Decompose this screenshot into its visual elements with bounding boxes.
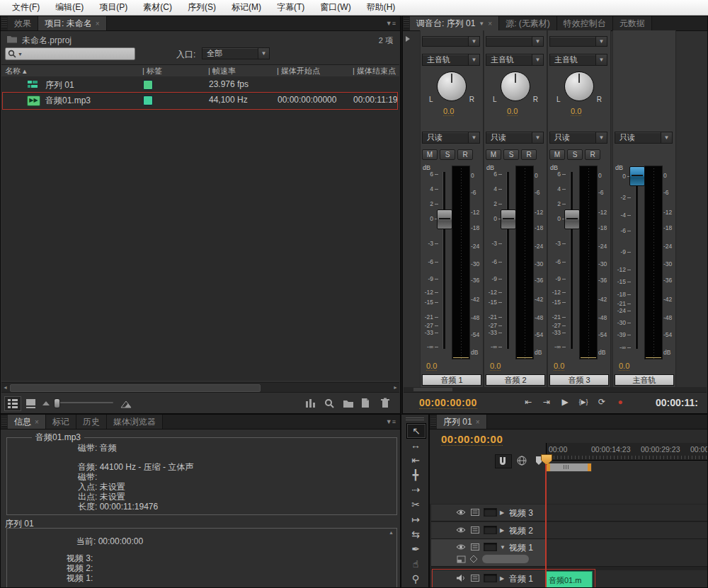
track-expand-toggle[interactable]: ▶	[500, 527, 504, 534]
volume-fader-handle[interactable]	[501, 209, 516, 229]
pan-value[interactable]: 0.0	[571, 107, 581, 116]
filter-dropdown[interactable]: 全部▼	[202, 47, 270, 59]
track-select-tool[interactable]: ↔	[406, 438, 425, 452]
track-lock-toggle[interactable]	[484, 543, 497, 551]
close-icon[interactable]: ×	[96, 20, 100, 28]
mixer-show-effects-toggle[interactable]	[406, 36, 410, 42]
volume-fader-track[interactable]	[506, 172, 509, 349]
mixer-track-name[interactable]: 音频 3	[549, 374, 609, 386]
volume-value[interactable]: 0.0	[554, 362, 564, 371]
scroll-up-arrow[interactable]: ▲	[389, 530, 394, 535]
mute-button[interactable]: M	[486, 149, 501, 160]
output-dropdown[interactable]: 主音轨▼	[549, 54, 607, 66]
volume-value[interactable]: 0.0	[490, 362, 501, 371]
sync-lock-icon[interactable]	[470, 574, 480, 582]
hand-tool[interactable]: ☝	[406, 557, 425, 571]
rolling-edit-tool[interactable]: ╋	[406, 468, 425, 482]
label-chip[interactable]	[143, 80, 153, 90]
pan-value[interactable]: 0.0	[507, 107, 518, 116]
volume-fader-track[interactable]	[570, 172, 573, 349]
track-expand-toggle[interactable]: ▶	[500, 575, 504, 582]
volume-fader-handle[interactable]	[629, 166, 645, 186]
volume-value[interactable]: 0.0	[426, 362, 437, 371]
toggle-track-output-icon[interactable]	[456, 526, 466, 534]
zoom-slider-handle[interactable]	[54, 398, 60, 408]
automation-dropdown[interactable]: 只读▼	[549, 132, 607, 144]
search-input[interactable]: ▼	[5, 47, 135, 60]
solo-button[interactable]: S	[440, 149, 455, 160]
effect-slot-dropdown[interactable]: ▼	[422, 36, 480, 47]
razor-tool[interactable]: ✂	[406, 497, 425, 512]
menu-item-3[interactable]: 项目(P)	[91, 1, 135, 13]
timeline-timecode[interactable]: 00:00:00:00	[441, 433, 503, 446]
list-view-icon[interactable]	[4, 396, 21, 411]
toggle-track-audio-icon[interactable]	[456, 575, 466, 582]
panel-menu-icon[interactable]: ▼≡	[382, 16, 400, 30]
play-in-to-out-button[interactable]: {▶}	[576, 396, 590, 408]
table-row[interactable]: ▶▶音频01.mp344,100 Hz00:00:00:0000000:00:1…	[1, 93, 399, 109]
automate-to-sequence-icon[interactable]	[305, 398, 316, 408]
icon-view-icon[interactable]	[25, 398, 36, 408]
scrollbar-right-arrow[interactable]: ►	[393, 385, 398, 390]
project-tab-1[interactable]: 效果	[8, 16, 38, 30]
chevron-down-icon[interactable]: ▼	[468, 37, 479, 46]
info-tab-1[interactable]: 信息×	[8, 415, 46, 429]
toggle-track-output-icon[interactable]	[456, 543, 466, 550]
track-lock-toggle[interactable]	[484, 508, 497, 517]
chevron-down-icon[interactable]: ▼	[258, 48, 269, 59]
mixer-track-name[interactable]: 主音轨	[615, 374, 674, 386]
track-lock-toggle[interactable]	[484, 574, 497, 582]
menu-item-1[interactable]: 文件(F)	[4, 1, 47, 13]
new-bin-icon[interactable]	[343, 398, 354, 408]
sync-lock-icon[interactable]	[470, 508, 480, 517]
chevron-down-icon[interactable]: ▼	[595, 54, 607, 65]
close-icon[interactable]: ×	[488, 20, 492, 28]
mute-button[interactable]: M	[549, 149, 565, 160]
mixer-track-name[interactable]: 音频 2	[486, 374, 545, 386]
volume-value[interactable]: 0.0	[619, 362, 629, 371]
zoom-tool[interactable]: ⚲	[406, 572, 425, 586]
pan-knob[interactable]	[564, 71, 594, 101]
output-dropdown[interactable]: 主音轨▼	[486, 54, 544, 66]
playhead-line[interactable]	[545, 459, 547, 587]
horizontal-scrollbar[interactable]: ◄►	[1, 382, 399, 392]
mixer-track-name[interactable]: 音频 1	[422, 374, 481, 386]
tools-grip[interactable]	[406, 417, 424, 420]
chevron-down-icon[interactable]: ▼	[532, 132, 543, 143]
timeline-audio-track-header[interactable]: ▶音频 1	[431, 570, 546, 588]
panel-grip[interactable]	[1, 18, 7, 28]
slip-tool[interactable]: ↦	[406, 512, 425, 526]
record-enable-button[interactable]: R	[521, 149, 537, 160]
clear-icon[interactable]	[379, 398, 391, 408]
sync-lock-icon[interactable]	[470, 526, 480, 534]
mixer-tab-2[interactable]: 源: (无素材)	[499, 16, 557, 30]
encore-chapter-marker-icon[interactable]	[516, 454, 529, 467]
timeline-video-track-header[interactable]: ▶视频 3	[431, 505, 546, 521]
loop-button[interactable]: ⟳	[595, 396, 609, 408]
panel-grip[interactable]	[430, 417, 436, 427]
info-tab-3[interactable]: 历史	[76, 415, 107, 429]
play-button[interactable]: ▶	[558, 396, 572, 408]
info-tab-4[interactable]: 媒体浏览器	[107, 415, 163, 429]
solo-button[interactable]: S	[567, 149, 583, 160]
time-ruler[interactable]: 00:0000:00:14:2300:00:29:2300:00:4	[546, 443, 707, 461]
record-enable-button[interactable]: R	[457, 149, 473, 160]
sync-lock-icon[interactable]	[470, 543, 480, 551]
work-area-end-handle[interactable]	[588, 463, 591, 471]
column-header-5[interactable]: | 媒体结束点	[353, 66, 396, 76]
slide-tool[interactable]: ⇆	[406, 527, 425, 541]
pan-knob[interactable]	[501, 71, 530, 101]
chevron-down-icon[interactable]: ▼	[595, 37, 607, 46]
go-to-out-button[interactable]: ⇥	[539, 396, 554, 408]
chevron-down-icon[interactable]: ▼	[479, 21, 484, 27]
timeline-tab-1[interactable]: 序列 01×	[437, 415, 487, 429]
zoom-large-icon[interactable]	[120, 398, 132, 408]
set-display-style-icon[interactable]	[457, 555, 466, 563]
chevron-down-icon[interactable]: ▼	[468, 132, 479, 143]
panel-grip[interactable]	[1, 417, 7, 427]
menu-item-5[interactable]: 序列(S)	[180, 1, 224, 13]
label-chip[interactable]	[143, 96, 153, 105]
track-lock-toggle[interactable]	[484, 526, 497, 534]
project-tab-2[interactable]: 项目: 未命名×	[38, 16, 107, 30]
rate-stretch-tool[interactable]: ⇢	[406, 483, 425, 497]
